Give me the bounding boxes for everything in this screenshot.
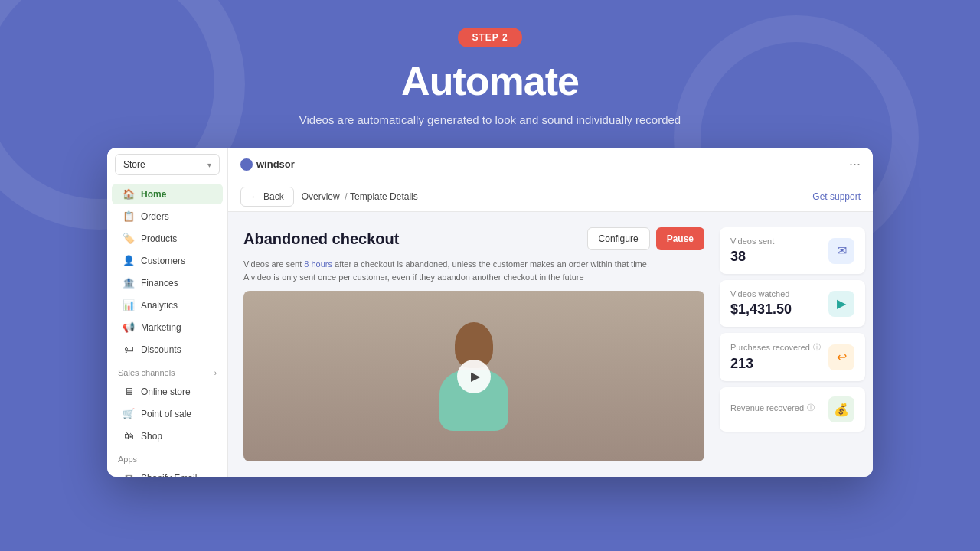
sidebar: Store ▾ 🏠 Home 📋 Orders 🏷️ Products 👤 Cu… (107, 148, 228, 477)
stat-value-videos-watched: $1,431.50 (730, 302, 828, 318)
stat-icon-videos-sent: ✉ (828, 238, 854, 264)
sidebar-item-finances-label: Finances (141, 278, 178, 289)
stat-info-videos-sent: Videos sent 38 (730, 236, 828, 265)
main-title: Automate (401, 58, 579, 104)
back-button[interactable]: ← Back (240, 187, 294, 207)
sidebar-item-home-label: Home (141, 189, 166, 200)
sidebar-item-customers[interactable]: 👤 Customers (112, 250, 223, 271)
info-icon-purchases[interactable]: ⓘ (813, 342, 821, 353)
configure-button[interactable]: Configure (587, 227, 650, 250)
play-button[interactable]: ▶ (457, 360, 491, 393)
apps-section: Apps (107, 447, 227, 467)
highlight-hours: 8 hours (304, 259, 332, 269)
stat-label-videos-sent: Videos sent (730, 236, 828, 246)
shopify-email-icon: ✉ (122, 472, 135, 477)
back-label: Back (263, 191, 284, 202)
pause-button[interactable]: Pause (656, 227, 704, 250)
info-icon-revenue[interactable]: ⓘ (807, 403, 815, 413)
topbar: windsor ··· (228, 148, 873, 181)
sidebar-item-marketing[interactable]: 📢 Marketing (112, 317, 223, 337)
store-selector-label: Store (123, 159, 145, 170)
sidebar-item-pos[interactable]: 🛒 Point of sale (112, 403, 223, 424)
play-icon: ▶ (471, 369, 480, 383)
sidebar-item-finances[interactable]: 🏦 Finances (112, 272, 223, 293)
sidebar-item-shopify-email-label: Shopify Email (141, 473, 197, 478)
customers-icon: 👤 (122, 255, 135, 266)
description: Videos are sent 8 hours after a checkout… (243, 258, 704, 283)
stat-info-videos-watched: Videos watched $1,431.50 (730, 289, 828, 318)
stat-card-purchases-recovered: Purchases recovered ⓘ 213 ↩ (720, 333, 865, 381)
store-selector[interactable]: Store ▾ (115, 154, 220, 175)
stat-value-purchases-recovered: 213 (730, 356, 828, 372)
products-icon: 🏷️ (122, 233, 135, 244)
sidebar-item-online-store-label: Online store (141, 386, 191, 397)
main-content: windsor ··· ← Back Overview / Template D… (228, 148, 873, 477)
chevron-down-icon: ▾ (207, 161, 211, 169)
stat-icon-revenue-recovered: 💰 (828, 396, 854, 422)
marketing-icon: 📢 (122, 321, 135, 333)
stat-label-revenue-recovered: Revenue recovered ⓘ (730, 403, 828, 413)
sales-channels-chevron[interactable]: › (214, 369, 217, 377)
stat-label-purchases-recovered: Purchases recovered ⓘ (730, 342, 828, 353)
breadcrumb-bar: ← Back Overview / Template Details Get s… (228, 181, 873, 212)
apps-label: Apps (118, 455, 137, 464)
sidebar-item-orders-label: Orders (141, 211, 169, 222)
pos-icon: 🛒 (122, 408, 135, 419)
sidebar-item-pos-label: Point of sale (141, 409, 191, 419)
sidebar-item-shop-label: Shop (141, 431, 162, 442)
sidebar-item-home[interactable]: 🏠 Home (112, 184, 223, 204)
sales-channels-section: Sales channels › (107, 360, 227, 380)
analytics-icon: 📊 (122, 299, 135, 311)
finances-icon: 🏦 (122, 277, 135, 289)
sidebar-item-products-label: Products (141, 233, 177, 244)
orders-icon: 📋 (122, 210, 135, 222)
sidebar-item-shopify-email[interactable]: ✉ Shopify Email (112, 468, 223, 477)
breadcrumb-current: Template Details (350, 191, 418, 202)
stat-card-videos-watched: Videos watched $1,431.50 ▶ (720, 280, 865, 327)
video-thumbnail[interactable]: ▶ (243, 291, 704, 461)
sidebar-item-products[interactable]: 🏷️ Products (112, 228, 223, 249)
stat-icon-purchases-recovered: ↩ (828, 344, 854, 370)
stat-card-revenue-recovered: Revenue recovered ⓘ 💰 (720, 387, 865, 432)
stat-label-videos-watched: Videos watched (730, 289, 828, 298)
windsor-logo: windsor (240, 158, 295, 171)
sidebar-item-marketing-label: Marketing (141, 322, 181, 333)
sales-channels-label: Sales channels (118, 368, 175, 377)
sidebar-item-online-store[interactable]: 🖥 Online store (112, 381, 223, 402)
right-panel: Videos sent 38 ✉ Videos watched $1,431.5… (720, 212, 873, 477)
back-arrow-icon: ← (250, 191, 260, 202)
topbar-menu-icon[interactable]: ··· (849, 156, 861, 172)
discounts-icon: 🏷 (122, 344, 135, 355)
sidebar-item-shop[interactable]: 🛍 Shop (112, 425, 223, 446)
logo-dot (240, 158, 253, 171)
stat-card-videos-sent: Videos sent 38 ✉ (720, 227, 865, 274)
get-support-link[interactable]: Get support (812, 191, 861, 202)
sidebar-item-discounts[interactable]: 🏷 Discounts (112, 339, 223, 360)
stat-info-revenue-recovered: Revenue recovered ⓘ (730, 403, 828, 416)
logo-text: windsor (256, 158, 295, 170)
action-buttons: Configure Pause (587, 227, 704, 250)
sidebar-item-analytics-label: Analytics (141, 300, 178, 311)
header-section: STEP 2 Automate Videos are automatically… (299, 0, 681, 148)
sidebar-item-discounts-label: Discounts (141, 344, 181, 355)
topbar-left: windsor (240, 158, 295, 171)
breadcrumb: Overview / Template Details (302, 191, 418, 202)
sidebar-item-customers-label: Customers (141, 256, 185, 266)
stat-icon-videos-watched: ▶ (828, 291, 854, 317)
stat-info-purchases-recovered: Purchases recovered ⓘ 213 (730, 342, 828, 372)
stat-value-videos-sent: 38 (730, 249, 828, 265)
sidebar-item-analytics[interactable]: 📊 Analytics (112, 295, 223, 315)
left-panel: Abandoned checkout Configure Pause Video… (228, 212, 720, 477)
sidebar-item-orders[interactable]: 📋 Orders (112, 206, 223, 227)
page-title: Abandoned checkout (243, 230, 399, 248)
home-icon: 🏠 (122, 188, 135, 200)
step-badge: STEP 2 (458, 28, 521, 47)
page-title-row: Abandoned checkout Configure Pause (243, 227, 704, 250)
shop-icon: 🛍 (122, 430, 135, 442)
online-store-icon: 🖥 (122, 386, 135, 397)
subtitle: Videos are automatically generated to lo… (299, 113, 681, 126)
app-window: Store ▾ 🏠 Home 📋 Orders 🏷️ Products 👤 Cu… (107, 148, 873, 477)
breadcrumb-overview[interactable]: Overview (302, 191, 340, 202)
content-area: Abandoned checkout Configure Pause Video… (228, 212, 873, 477)
